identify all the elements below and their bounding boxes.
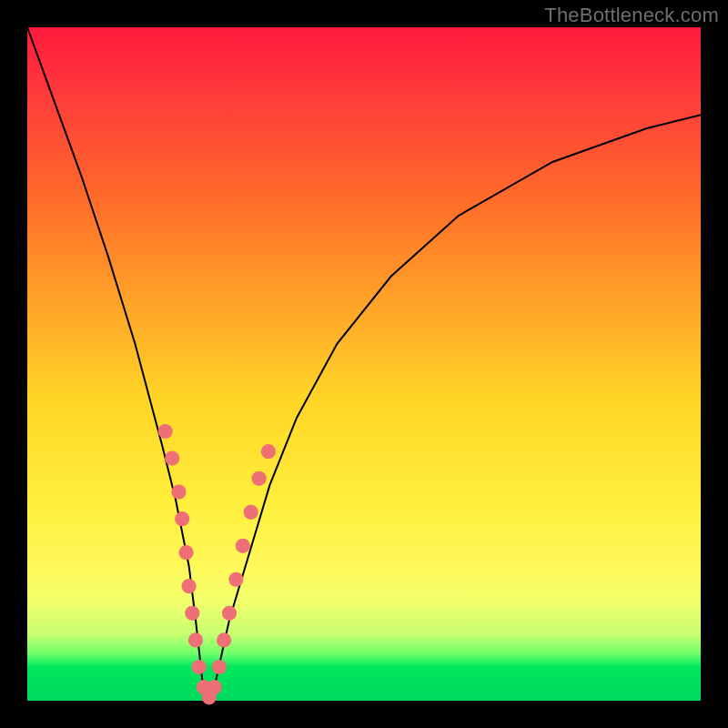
curve-marker (261, 444, 276, 459)
bottleneck-curve (27, 27, 701, 701)
curve-marker (165, 451, 179, 466)
plot-area (27, 27, 701, 701)
curve-marker (171, 485, 186, 500)
curve-marker (185, 606, 199, 621)
curve-marker (228, 572, 243, 587)
curve-marker (175, 511, 189, 526)
curve-marker (236, 539, 250, 553)
curve-marker (222, 606, 237, 621)
curve-marker (179, 545, 194, 560)
curve-marker (252, 471, 267, 486)
chart-frame: TheBottleneck.com (0, 0, 728, 728)
curve-marker (192, 660, 207, 674)
curve-marker (188, 632, 203, 647)
curve-markers (158, 424, 276, 705)
curve-marker (182, 579, 197, 593)
bottleneck-curve-svg (27, 27, 701, 701)
curve-marker (158, 424, 173, 439)
curve-marker (212, 660, 227, 674)
watermark-text: TheBottleneck.com (544, 4, 719, 27)
curve-marker (244, 505, 258, 520)
curve-marker (217, 632, 231, 647)
curve-marker (207, 680, 222, 694)
